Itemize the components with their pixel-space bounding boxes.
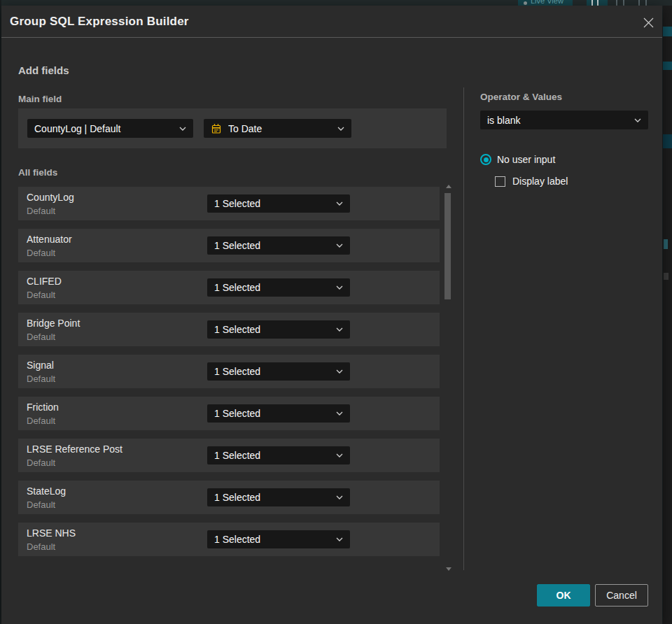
display-label-checkbox[interactable]: Display label <box>495 176 568 187</box>
field-name: Signal <box>27 360 54 371</box>
cancel-button[interactable]: Cancel <box>595 584 648 607</box>
field-selected-value: 1 Selected <box>214 282 330 293</box>
radio-label: No user input <box>497 154 555 165</box>
field-subtitle: Default <box>27 290 55 300</box>
chevron-down-icon <box>336 411 343 416</box>
field-row: LRSE Reference Post Default 1 Selected <box>18 439 440 472</box>
field-subtitle: Default <box>27 332 55 342</box>
main-field-select-value: CountyLog | Default <box>34 123 174 134</box>
background-icon-fragment <box>623 0 624 6</box>
field-selected-dropdown[interactable]: 1 Selected <box>207 194 350 213</box>
field-selected-value: 1 Selected <box>214 492 330 503</box>
field-name: LRSE NHS <box>27 527 76 539</box>
background-icon-fragment <box>597 0 598 6</box>
checkbox-icon <box>495 176 505 187</box>
field-subtitle: Default <box>27 499 55 510</box>
field-subtitle: Default <box>27 416 55 426</box>
field-selected-value: 1 Selected <box>214 324 330 335</box>
main-field-select[interactable]: CountyLog | Default <box>27 119 193 138</box>
chevron-down-icon <box>336 285 343 290</box>
main-field-label: Main field <box>18 94 62 104</box>
field-selected-value: 1 Selected <box>214 450 330 461</box>
field-row: CountyLog Default 1 Selected <box>18 187 440 220</box>
background-fragment <box>664 239 668 249</box>
checkbox-label: Display label <box>512 176 568 187</box>
field-selected-value: 1 Selected <box>214 198 330 209</box>
field-name: Attenuator <box>27 234 72 245</box>
field-row: Attenuator Default 1 Selected <box>18 229 440 262</box>
live-view-dot-icon <box>524 1 527 5</box>
field-row: CLIFED Default 1 Selected <box>18 271 440 304</box>
add-fields-heading: Add fields <box>18 64 69 76</box>
chevron-down-icon <box>634 118 641 122</box>
chevron-down-icon <box>336 243 343 248</box>
background-fragment <box>663 27 672 36</box>
chevron-down-icon <box>336 327 343 332</box>
field-selected-value: 1 Selected <box>214 366 330 377</box>
field-selected-dropdown[interactable]: 1 Selected <box>207 236 350 255</box>
live-view-label: Live View <box>531 0 564 5</box>
scroll-up-arrow-icon[interactable] <box>446 185 451 188</box>
field-subtitle: Default <box>27 458 55 468</box>
field-selected-dropdown[interactable]: 1 Selected <box>207 362 350 381</box>
operator-select[interactable]: is blank <box>480 111 648 129</box>
chevron-down-icon <box>337 127 344 131</box>
field-name: LRSE Reference Post <box>27 444 122 455</box>
field-selected-value: 1 Selected <box>214 240 330 251</box>
field-name: Friction <box>27 402 59 413</box>
field-row: StateLog Default 1 Selected <box>18 481 440 514</box>
field-row: Friction Default 1 Selected <box>18 397 440 430</box>
scrollbar-thumb[interactable] <box>444 193 451 299</box>
ok-button[interactable]: OK <box>537 584 590 607</box>
field-subtitle: Default <box>27 374 55 384</box>
field-row: Bridge Point Default 1 Selected <box>18 313 440 346</box>
main-field-panel: CountyLog | Default To Date <box>18 108 447 148</box>
background-icon-fragment <box>638 0 640 6</box>
operator-values-label: Operator & Values <box>480 92 562 102</box>
background-right-edge <box>663 6 672 624</box>
dialog-header: Group SQL Expression Builder <box>1 6 662 38</box>
field-selected-dropdown[interactable]: 1 Selected <box>207 446 350 465</box>
field-selected-dropdown[interactable]: 1 Selected <box>207 320 350 339</box>
field-name: CLIFED <box>27 276 62 287</box>
background-fragment <box>663 134 672 148</box>
field-name: Bridge Point <box>27 318 80 329</box>
live-view-button[interactable]: Live View <box>518 0 573 6</box>
field-selected-dropdown[interactable]: 1 Selected <box>207 404 350 423</box>
field-selected-dropdown[interactable]: 1 Selected <box>207 530 350 548</box>
all-fields-label: All fields <box>18 167 57 178</box>
field-subtitle: Default <box>27 206 55 216</box>
field-selected-dropdown[interactable]: 1 Selected <box>207 488 350 506</box>
background-icon-fragment <box>616 0 617 6</box>
chevron-down-icon <box>336 201 343 206</box>
chevron-down-icon <box>336 369 343 374</box>
background-icon-fragment <box>645 0 647 6</box>
background-fragment <box>664 273 668 280</box>
close-icon[interactable] <box>641 15 655 29</box>
field-row: LRSE NHS Default 1 Selected <box>18 523 440 556</box>
field-selected-dropdown[interactable]: 1 Selected <box>207 278 350 297</box>
group-sql-expression-builder-dialog: Group SQL Expression Builder Add fields … <box>1 6 662 624</box>
radio-dot <box>484 157 489 162</box>
dialog-title: Group SQL Expression Builder <box>10 6 189 38</box>
scroll-down-arrow-icon[interactable] <box>446 567 451 571</box>
date-field-select[interactable]: To Date <box>204 119 351 138</box>
chevron-down-icon <box>336 453 343 458</box>
chevron-down-icon <box>336 537 343 541</box>
field-subtitle: Default <box>27 248 55 258</box>
field-subtitle: Default <box>27 541 55 552</box>
all-fields-list: CountyLog Default 1 Selected Attenuator … <box>18 187 440 565</box>
background-fragment <box>663 62 672 70</box>
radio-icon <box>480 154 491 165</box>
field-name: StateLog <box>27 485 66 497</box>
no-user-input-radio[interactable]: No user input <box>480 154 555 165</box>
vertical-divider <box>463 87 464 570</box>
calendar-icon <box>211 123 222 134</box>
fields-scrollbar[interactable] <box>444 183 454 572</box>
background-icon-fragment <box>592 0 593 6</box>
field-selected-value: 1 Selected <box>214 534 330 545</box>
field-selected-value: 1 Selected <box>214 408 330 419</box>
background-app-top-strip: Live View <box>0 0 672 6</box>
date-field-select-value: To Date <box>228 123 332 134</box>
operator-select-value: is blank <box>487 115 629 126</box>
